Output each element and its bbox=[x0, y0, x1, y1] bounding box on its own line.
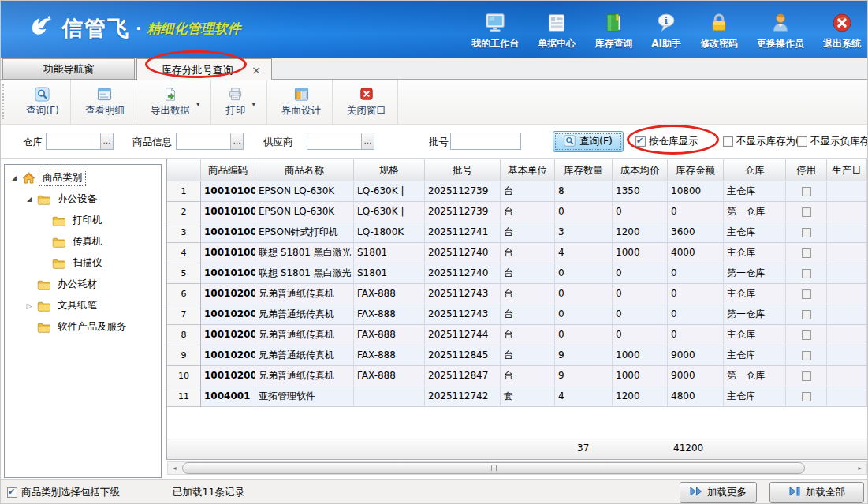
disabled-checkbox[interactable] bbox=[802, 310, 811, 319]
disabled-checkbox[interactable] bbox=[802, 351, 811, 360]
nav-item-ai-assistant[interactable]: i AI助手 bbox=[651, 11, 681, 50]
warehouse-filter-input[interactable]: … bbox=[46, 133, 114, 150]
table-row[interactable]: 10100102002兄弟普通纸传真机FAX-8882025112847台910… bbox=[167, 366, 867, 386]
disabled-checkbox[interactable] bbox=[802, 330, 811, 340]
option-hide-zero-stock[interactable]: 不显示库存为0 bbox=[723, 135, 802, 148]
column-header-10[interactable]: 停用 bbox=[786, 159, 827, 181]
batch-input[interactable] bbox=[451, 133, 520, 149]
supplier-filter-input[interactable]: … bbox=[307, 133, 374, 150]
view-detail-button[interactable]: 查看明细 bbox=[71, 80, 136, 124]
tree-node[interactable]: ◢ 办公设备 bbox=[5, 189, 161, 210]
nav-item-inventory[interactable]: 库存查询 bbox=[594, 11, 632, 50]
export-data-button[interactable]: 导出数据 bbox=[136, 80, 212, 124]
column-header-11[interactable]: 生产日 bbox=[827, 159, 867, 181]
column-header-0[interactable] bbox=[167, 159, 201, 181]
table-row[interactable]: 6100102002兄弟普通纸传真机FAX-8882025112743台000主… bbox=[167, 284, 867, 304]
tree-node-label[interactable]: 软件产品及服务 bbox=[54, 319, 131, 335]
column-header-3[interactable]: 规格 bbox=[354, 159, 425, 181]
column-header-7[interactable]: 成本均价 bbox=[613, 159, 668, 181]
toolbar-grip-handle[interactable] bbox=[2, 84, 10, 119]
tree-node[interactable]: 打印机 bbox=[5, 210, 161, 231]
batch-filter-input[interactable] bbox=[450, 133, 521, 150]
table-row[interactable]: 8100102002兄弟普通纸传真机FAX-8882025112744台000主… bbox=[167, 325, 867, 345]
disabled-checkbox[interactable] bbox=[802, 371, 811, 381]
tree-node-label[interactable]: 商品类别 bbox=[39, 170, 86, 186]
table-row[interactable]: 111004001亚拓管理软件2025112742套412004800主仓库 bbox=[167, 386, 867, 407]
print-button[interactable]: 打印 bbox=[211, 80, 267, 124]
load-all-button[interactable]: 加载全部 bbox=[769, 482, 864, 503]
table-row[interactable]: 5100101004联想 S1801 黑白激光S18012025112740台0… bbox=[167, 263, 867, 284]
export-dropdown-arrow-icon[interactable] bbox=[196, 95, 200, 110]
disabled-checkbox[interactable] bbox=[802, 289, 811, 299]
column-header-1[interactable]: 商品编码 bbox=[201, 159, 255, 181]
query-toolbar-button[interactable]: 查询(F) bbox=[12, 80, 71, 124]
nav-item-documents[interactable]: 单据中心 bbox=[538, 11, 576, 50]
tree-expander-icon[interactable]: ▷ bbox=[24, 302, 34, 310]
horizontal-scrollbar[interactable] bbox=[167, 461, 867, 475]
table-row[interactable]: 9100102002兄弟普通纸传真机FAX-8882025112845台9100… bbox=[167, 345, 867, 366]
table-row[interactable]: 2100101001EPSON LQ-630KLQ-630K |20251127… bbox=[167, 202, 867, 222]
tree-node-label[interactable]: 传真机 bbox=[69, 233, 106, 250]
scroll-right-arrow-icon[interactable] bbox=[853, 462, 866, 474]
disabled-checkbox[interactable] bbox=[802, 228, 811, 237]
tree-node[interactable]: ◢ 商品类别 bbox=[5, 167, 161, 189]
include-subcategories-checkbox[interactable] bbox=[7, 487, 17, 498]
tree-node[interactable]: 软件产品及服务 bbox=[5, 316, 161, 338]
disabled-checkbox[interactable] bbox=[802, 187, 811, 196]
tab-function-navigator[interactable]: 功能导航窗 bbox=[2, 58, 135, 80]
nav-item-workbench[interactable]: 我的工作台 bbox=[471, 11, 519, 50]
product-filter-input[interactable]: … bbox=[176, 133, 244, 150]
disabled-checkbox[interactable] bbox=[802, 269, 811, 278]
disabled-checkbox[interactable] bbox=[802, 248, 811, 258]
nav-item-change-password[interactable]: 修改密码 bbox=[700, 11, 738, 50]
disabled-checkbox[interactable] bbox=[802, 207, 811, 217]
option-show-by-warehouse[interactable]: 按仓库显示 bbox=[635, 135, 698, 148]
column-header-2[interactable]: 商品名称 bbox=[255, 159, 354, 181]
ui-design-button[interactable]: 界面设计 bbox=[267, 80, 333, 124]
close-window-button[interactable]: 关闭窗口 bbox=[333, 80, 398, 124]
column-header-5[interactable]: 基本单位 bbox=[501, 159, 555, 181]
show-by-warehouse-checkbox[interactable] bbox=[635, 136, 646, 147]
scrollbar-thumb[interactable] bbox=[182, 462, 805, 474]
tree-node[interactable]: 传真机 bbox=[5, 231, 161, 252]
tree-node[interactable]: ▷ 文具纸笔 bbox=[5, 295, 161, 316]
disabled-checkbox[interactable] bbox=[802, 392, 811, 401]
scroll-left-arrow-icon[interactable] bbox=[168, 462, 181, 474]
product-browse-button[interactable]: … bbox=[230, 133, 243, 149]
table-cell bbox=[827, 181, 867, 202]
table-row[interactable]: 4100101004联想 S1801 黑白激光S18012025112740台4… bbox=[167, 243, 867, 263]
table-row[interactable]: 7100102002兄弟普通纸传真机FAX-8882025112743台000第… bbox=[167, 304, 867, 325]
tab-batch-inventory-query[interactable]: 库存分批号查询 × bbox=[136, 58, 272, 80]
table-row[interactable]: 3100101002EPSON针式打印机LQ-1800K2025112741台3… bbox=[167, 222, 867, 243]
tree-expander-icon[interactable]: ◢ bbox=[24, 196, 34, 203]
query-button[interactable]: 查询(F) bbox=[553, 131, 624, 152]
print-dropdown-arrow-icon[interactable] bbox=[251, 95, 255, 110]
supplier-input[interactable] bbox=[307, 133, 361, 149]
tree-node-label[interactable]: 打印机 bbox=[69, 212, 106, 229]
tree-expander-icon[interactable]: ◢ bbox=[9, 174, 19, 181]
tree-node[interactable]: 扫描仪 bbox=[5, 252, 161, 274]
column-header-9[interactable]: 仓库 bbox=[724, 159, 786, 181]
nav-item-exit[interactable]: 退出系统 bbox=[823, 11, 861, 50]
load-more-button[interactable]: 加载更多 bbox=[680, 482, 757, 503]
tree-node-label[interactable]: 办公设备 bbox=[54, 191, 101, 207]
scrollbar-track[interactable] bbox=[181, 462, 853, 474]
tab-close-icon[interactable]: × bbox=[249, 65, 263, 76]
warehouse-input[interactable] bbox=[47, 133, 100, 149]
hide-negative-stock-checkbox[interactable] bbox=[797, 136, 807, 147]
include-subcategories-option[interactable]: 商品类别选择包括下级 bbox=[7, 486, 120, 499]
table-row[interactable]: 1100101001EPSON LQ-630KLQ-630K |20251127… bbox=[167, 181, 867, 202]
tree-node-label[interactable]: 文具纸笔 bbox=[54, 297, 101, 314]
option-hide-negative-stock[interactable]: 不显示负库存 bbox=[797, 135, 868, 148]
column-header-4[interactable]: 批号 bbox=[425, 159, 501, 181]
nav-item-switch-operator[interactable]: 更换操作员 bbox=[757, 11, 804, 50]
warehouse-browse-button[interactable]: … bbox=[100, 133, 113, 149]
hide-zero-stock-checkbox[interactable] bbox=[723, 136, 733, 147]
product-input[interactable] bbox=[177, 133, 230, 149]
column-header-6[interactable]: 库存数量 bbox=[555, 159, 613, 181]
tree-node-label[interactable]: 办公耗材 bbox=[54, 276, 101, 293]
tree-node-label[interactable]: 扫描仪 bbox=[69, 255, 106, 271]
supplier-browse-button[interactable]: … bbox=[361, 133, 374, 149]
column-header-8[interactable]: 库存金额 bbox=[668, 159, 724, 181]
tree-node[interactable]: 办公耗材 bbox=[5, 274, 161, 295]
